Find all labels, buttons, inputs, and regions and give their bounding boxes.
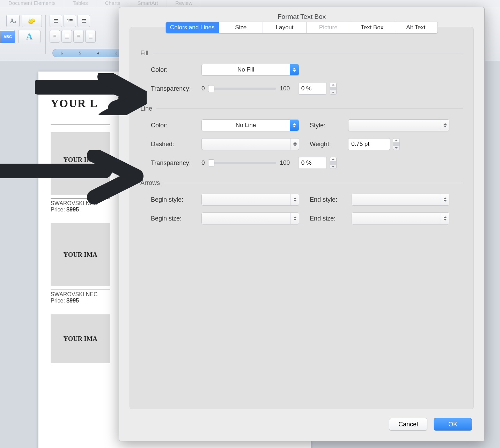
ribbon-tab[interactable]: SmartArt [129,0,167,7]
arrow-begin-style-label: Begin style: [151,196,201,203]
chevron-updown-icon [441,120,449,131]
chevron-updown-icon [441,194,449,205]
numbering-button[interactable]: 1☰ [64,15,76,27]
ribbon-tab[interactable]: Tables [64,0,96,7]
chevron-updown-icon [291,213,299,224]
arrow-begin-style-popup[interactable] [201,194,299,206]
line-dashed-popup[interactable] [201,138,299,150]
price-label: Price: [51,298,65,304]
ruler-mark: 5 [79,51,81,55]
text-effect-button[interactable]: A [18,30,41,43]
line-transparency-slider[interactable] [208,162,276,164]
slider-min: 0 [201,159,205,166]
font-color-button[interactable]: Aa [6,15,20,27]
line-color-label: Color: [151,122,201,129]
line-transparency-label: Transparency: [151,159,201,167]
highlight-button[interactable]: ABC [0,30,15,43]
fill-transparency-input[interactable]: 0 % [298,83,327,95]
price-label: Price: [51,207,65,212]
cancel-button[interactable]: Cancel [389,418,427,431]
dialog-body: Colors and Lines Size Layout Picture Tex… [130,27,474,409]
chevron-updown-icon [291,194,299,205]
ok-button[interactable]: OK [434,418,472,431]
chevron-updown-icon [441,213,449,224]
horizontal-ruler[interactable]: 6 5 4 3 [52,49,126,57]
slider-min: 0 [201,85,205,92]
arrow-end-style-popup[interactable] [352,194,449,206]
align-right-button[interactable]: ≡ [73,30,84,43]
ruler-mark: 4 [97,51,99,55]
tab-alt-text[interactable]: Alt Text [394,22,438,33]
arrow-end-size-popup[interactable] [352,212,449,224]
line-style-popup[interactable] [348,119,449,131]
arrow-begin-size-label: Begin size: [151,215,201,222]
bullets-button[interactable]: ☰ [50,15,62,27]
ribbon-tab[interactable]: Charts [96,0,129,7]
product-caption: SWAROVSKI NEC Price: $995 [51,290,110,304]
tab-picture: Picture [307,22,350,33]
fill-transparency-label: Transparency: [151,85,201,92]
dialog-tab-bar: Colors and Lines Size Layout Picture Tex… [166,22,438,33]
line-color-popup[interactable]: No Line [201,119,299,131]
line-dashed-label: Dashed: [151,141,201,148]
slider-thumb[interactable] [208,85,214,92]
section-line: Line [140,105,463,112]
line-transparency-input[interactable]: 0 % [298,157,327,169]
chevron-updown-icon [291,139,299,150]
line-transparency-stepper[interactable] [330,157,337,169]
ribbon-tabs: Document Elements Tables Charts SmartArt… [0,0,500,7]
clear-formatting-button[interactable]: 🧽 [22,15,42,27]
annotation-arrow-icon [35,73,147,115]
ribbon-tab[interactable]: Document Elements [0,0,64,7]
slider-thumb[interactable] [208,159,214,166]
chevron-updown-icon [290,120,299,131]
slider-max: 100 [280,85,289,92]
ruler-mark: 3 [115,51,117,55]
image-placeholder[interactable]: YOUR IMA [51,223,110,286]
arrow-end-size-label: End size: [310,215,352,222]
tab-layout[interactable]: Layout [263,22,307,33]
image-placeholder-text: YOUR IMA [63,335,97,343]
tab-size[interactable]: Size [219,22,263,33]
chevron-updown-icon [290,64,299,75]
multilevel-button[interactable]: ☲ [78,15,90,27]
fill-transparency-stepper[interactable] [330,83,337,95]
ribbon-tab[interactable]: Review [167,0,201,7]
product-name: SWAROVSKI NEC [51,291,110,298]
line-weight-label: Weight: [310,141,348,148]
arrow-end-style-label: End style: [310,196,352,203]
fill-color-value: No Fill [202,66,290,73]
arrow-begin-size-popup[interactable] [201,212,299,224]
line-weight-input[interactable]: 0.75 pt [348,138,390,150]
align-left-button[interactable]: ≡ [50,30,60,43]
section-arrows: Arrows [140,179,463,187]
fill-transparency-slider[interactable] [208,88,276,90]
line-weight-stepper[interactable] [393,138,400,150]
slider-max: 100 [280,159,289,166]
format-text-box-dialog: Format Text Box Colors and Lines Size La… [119,7,485,441]
line-color-value: No Line [202,122,290,129]
section-fill: Fill [140,50,463,57]
tab-colors-and-lines[interactable]: Colors and Lines [166,22,219,33]
price-value: $995 [66,298,79,304]
price-value: $995 [66,207,79,212]
image-placeholder-text: YOUR IMA [63,251,97,259]
annotation-arrow-icon [0,150,147,206]
justify-button[interactable]: ≣ [85,30,96,43]
ruler-mark: 6 [61,51,63,55]
image-placeholder[interactable]: YOUR IMA [51,314,110,363]
divider [51,125,110,125]
fill-color-popup[interactable]: No Fill [201,64,299,76]
align-center-button[interactable]: ≣ [61,30,72,43]
fill-color-label: Color: [151,66,201,74]
tab-text-box[interactable]: Text Box [350,22,394,33]
line-style-label: Style: [310,122,348,129]
